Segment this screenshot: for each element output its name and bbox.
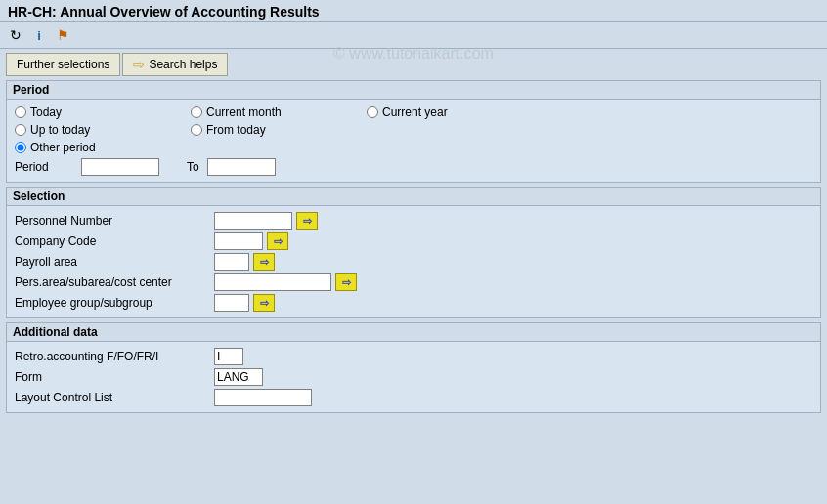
search-helps-label: Search helps	[149, 58, 217, 71]
personnel-number-input[interactable]	[214, 212, 292, 230]
layout-control-label: Layout Control List	[15, 391, 210, 404]
company-code-label: Company Code	[15, 234, 210, 248]
info-icon[interactable]: i	[29, 25, 49, 45]
personnel-number-label: Personnel Number	[15, 214, 210, 228]
company-code-arrow-btn[interactable]: ⇨	[267, 232, 288, 250]
form-input[interactable]	[214, 368, 263, 386]
employee-group-label: Employee group/subgroup	[15, 296, 210, 310]
layout-control-input[interactable]	[214, 389, 312, 406]
additional-section-body: Retro.accounting F/FO/FR/I Form Layout C…	[7, 342, 820, 412]
additional-row-layout: Layout Control List	[15, 389, 812, 406]
radio-current-month-input[interactable]	[191, 106, 202, 118]
payroll-area-label: Payroll area	[15, 255, 210, 269]
tab-bar: Further selections ⇨ Search helps	[0, 49, 827, 76]
selection-row-payroll: Payroll area ⇨	[15, 253, 812, 271]
radio-other-period[interactable]: Other period	[15, 141, 191, 154]
radio-from-today-label: From today	[206, 123, 266, 137]
content-area: Period Today Current month Current year	[0, 76, 827, 417]
page-title: HR-CH: Annual Overview of Accounting Res…	[0, 0, 827, 22]
company-code-input[interactable]	[214, 232, 263, 250]
retro-accounting-input[interactable]	[214, 348, 243, 365]
bookmark-icon[interactable]: ⚑	[53, 25, 72, 45]
radio-up-to-today-label: Up to today	[30, 123, 90, 137]
period-section: Period Today Current month Current year	[6, 80, 821, 183]
payroll-area-input[interactable]	[214, 253, 249, 271]
radio-current-year-input[interactable]	[367, 106, 378, 118]
radio-up-to-today-input[interactable]	[15, 124, 26, 136]
radio-from-today[interactable]: From today	[191, 123, 367, 137]
form-label: Form	[15, 370, 210, 384]
period-to-input[interactable]	[207, 158, 276, 176]
payroll-area-arrow-btn[interactable]: ⇨	[253, 253, 275, 271]
pers-area-label: Pers.area/subarea/cost center	[15, 275, 210, 289]
radio-other-period-label: Other period	[30, 141, 96, 154]
toolbar: ↻ i ⚑	[0, 22, 827, 49]
selection-section-title: Selection	[7, 188, 820, 206]
radio-today[interactable]: Today	[15, 105, 191, 119]
radio-current-month[interactable]: Current month	[191, 105, 367, 119]
personnel-number-arrow-btn[interactable]: ⇨	[296, 212, 318, 230]
radio-other-period-input[interactable]	[15, 142, 26, 153]
selection-grid: Personnel Number ⇨ Company Code ⇨ Payrol…	[15, 212, 812, 312]
selection-row-company: Company Code ⇨	[15, 232, 812, 250]
to-label: To	[187, 160, 199, 174]
period-row-2: Up to today From today	[15, 123, 812, 137]
selection-row-employee-group: Employee group/subgroup ⇨	[15, 294, 812, 312]
radio-current-year-label: Current year	[382, 105, 448, 119]
further-selections-label: Further selections	[17, 58, 109, 71]
additional-grid: Retro.accounting F/FO/FR/I Form Layout C…	[15, 348, 812, 406]
period-from-input[interactable]	[81, 158, 159, 176]
radio-current-year[interactable]: Current year	[367, 105, 543, 119]
tab-search-helps[interactable]: ⇨ Search helps	[122, 53, 228, 76]
additional-row-form: Form	[15, 368, 812, 386]
period-section-body: Today Current month Current year Up to t…	[7, 100, 820, 182]
radio-today-label: Today	[30, 105, 62, 119]
tab-further-selections[interactable]: Further selections	[6, 53, 120, 76]
period-field-label: Period	[15, 160, 73, 174]
back-icon[interactable]: ↻	[6, 25, 25, 45]
pers-area-input[interactable]	[214, 273, 331, 291]
radio-up-to-today[interactable]: Up to today	[15, 123, 191, 137]
employee-group-input[interactable]	[214, 294, 249, 312]
period-input-row: Period To	[15, 158, 812, 176]
search-helps-arrow-icon: ⇨	[133, 57, 145, 72]
radio-from-today-input[interactable]	[191, 124, 202, 136]
selection-section-body: Personnel Number ⇨ Company Code ⇨ Payrol…	[7, 206, 820, 317]
radio-current-month-label: Current month	[206, 105, 282, 119]
pers-area-arrow-btn[interactable]: ⇨	[335, 273, 357, 291]
radio-today-input[interactable]	[15, 106, 26, 118]
additional-section-title: Additional data	[7, 323, 820, 342]
additional-section: Additional data Retro.accounting F/FO/FR…	[6, 322, 821, 413]
period-row-1: Today Current month Current year	[15, 105, 812, 119]
period-section-title: Period	[7, 81, 820, 100]
retro-accounting-label: Retro.accounting F/FO/FR/I	[15, 350, 210, 363]
period-row-3: Other period	[15, 141, 812, 154]
selection-row-personnel: Personnel Number ⇨	[15, 212, 812, 230]
employee-group-arrow-btn[interactable]: ⇨	[253, 294, 275, 312]
additional-row-retro: Retro.accounting F/FO/FR/I	[15, 348, 812, 365]
selection-row-pers-area: Pers.area/subarea/cost center ⇨	[15, 273, 812, 291]
selection-section: Selection Personnel Number ⇨ Company Cod…	[6, 187, 821, 318]
